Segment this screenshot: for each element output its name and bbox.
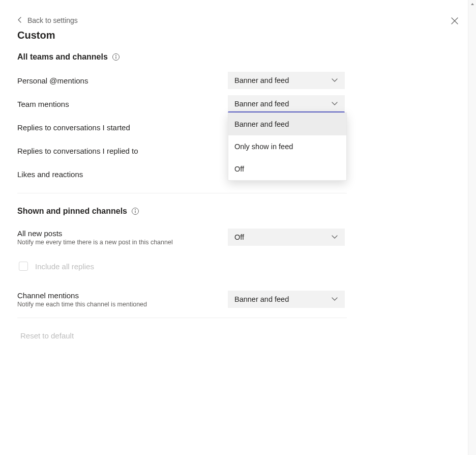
svg-point-1: [115, 55, 116, 56]
replies-replied-label: Replies to conversations I replied to: [17, 147, 228, 155]
dropdown-value: Banner and feed: [234, 100, 289, 108]
scrollbar[interactable]: [468, 0, 476, 455]
chevron-down-icon: [331, 235, 338, 240]
section-shown-pinned-title: Shown and pinned channels: [17, 207, 127, 216]
close-button[interactable]: [449, 15, 461, 27]
replies-started-label: Replies to conversations I started: [17, 123, 228, 132]
team-mentions-label: Team mentions: [17, 100, 228, 108]
reset-to-default-link[interactable]: Reset to default: [20, 331, 74, 340]
all-new-posts-sub: Notify me every time there is a new post…: [17, 239, 228, 246]
chevron-left-icon: [17, 16, 27, 24]
channel-mentions-label: Channel mentions: [17, 291, 228, 300]
personal-mentions-label: Personal @mentions: [17, 76, 228, 85]
all-new-posts-dropdown[interactable]: Off: [228, 229, 345, 246]
info-icon[interactable]: [112, 53, 120, 61]
personal-mentions-dropdown[interactable]: Banner and feed: [228, 72, 345, 89]
dropdown-option-only-feed[interactable]: Only show in feed: [228, 135, 346, 158]
dropdown-value: Off: [234, 233, 244, 241]
svg-rect-2: [115, 56, 116, 59]
chevron-down-icon: [331, 101, 338, 106]
svg-point-4: [135, 209, 136, 210]
dropdown-option-banner-feed[interactable]: Banner and feed: [228, 113, 346, 135]
channel-mentions-dropdown[interactable]: Banner and feed: [228, 291, 345, 308]
back-label: Back to settings: [27, 16, 78, 24]
dropdown-option-off[interactable]: Off: [228, 158, 346, 180]
chevron-down-icon: [331, 78, 338, 83]
include-all-replies-label: Include all replies: [35, 262, 94, 271]
section-divider: [17, 193, 347, 193]
back-to-settings-link[interactable]: Back to settings: [17, 16, 78, 24]
chevron-down-icon: [331, 297, 338, 302]
section-all-teams-title: All teams and channels: [17, 52, 108, 62]
svg-rect-5: [135, 211, 135, 213]
team-mentions-dropdown[interactable]: Banner and feed: [228, 95, 345, 112]
dropdown-value: Banner and feed: [234, 295, 289, 303]
dropdown-value: Banner and feed: [234, 76, 289, 84]
section-divider: [17, 318, 347, 318]
info-icon[interactable]: [131, 207, 139, 215]
team-mentions-dropdown-menu: Banner and feed Only show in feed Off: [228, 112, 347, 181]
scrollbar-up-arrow[interactable]: [468, 0, 476, 8]
include-all-replies-checkbox[interactable]: [19, 262, 28, 271]
likes-reactions-label: Likes and reactions: [17, 170, 228, 179]
all-new-posts-label: All new posts: [17, 229, 228, 238]
channel-mentions-sub: Notify me each time this channel is ment…: [17, 301, 228, 308]
page-title: Custom: [17, 30, 450, 41]
close-icon: [451, 17, 459, 26]
